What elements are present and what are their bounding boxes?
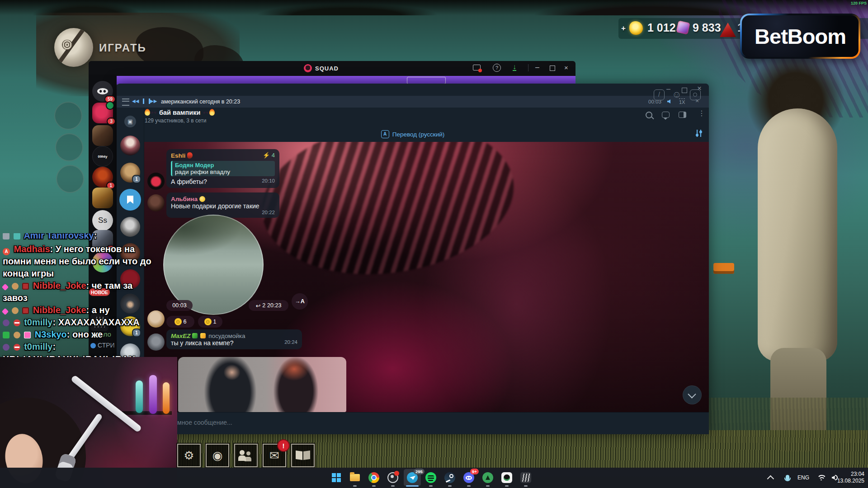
settings-button[interactable]: ⚙ [177,444,201,467]
discord-home-button[interactable]: 59 [92,81,113,102]
chat-username[interactable]: Amir Tanirovsky [24,233,94,240]
server-icon-ninetynine[interactable]: 09hty [92,146,113,167]
kebab-menu-icon[interactable]: ⋮ [698,110,705,117]
microphone-icon [786,475,789,480]
laughing-emoji: ☺ [175,318,182,325]
server-icon-photo[interactable] [92,125,113,146]
chrome-button[interactable] [368,471,380,484]
chat-username[interactable]: Madhais [14,244,50,254]
server-badge: 3 [107,117,116,125]
tray-mic-button[interactable] [781,471,794,484]
plus-icon[interactable]: + [621,24,626,33]
mic-arm [71,375,142,433]
translate-bar[interactable]: A Перевод (русский) [117,127,709,142]
friends-button[interactable] [234,444,258,467]
camera-icon[interactable] [690,89,701,100]
filter-sliders-icon[interactable] [695,130,703,137]
download-icon[interactable]: ↓ [513,63,516,71]
minimize-button[interactable]: – [535,63,539,71]
playing-track-title[interactable]: американский сегодня в 20:23 [161,99,240,105]
taskbar-clock[interactable]: 23:04 13.08.2025 [837,471,864,484]
dbd-app-button[interactable] [519,471,532,484]
server-label: 09hty [98,155,108,159]
search-icon[interactable] [646,112,652,118]
tray-time: 23:04 [837,471,864,478]
menu-rail-icon[interactable] [56,165,84,193]
message-bubble[interactable]: MaxEZ посудомойка ты у ликса на кемпе? 2… [166,329,302,349]
promo-button-outline[interactable] [407,77,446,84]
chat-avatar[interactable]: 1 [120,163,140,183]
auto-translate-badge[interactable]: →A [292,293,308,310]
message-bubble[interactable]: Альбина Новые подарки дорогие такие 20:2… [166,192,279,218]
bot-commands-icon[interactable]: / [654,89,665,100]
server-icon-demon[interactable]: 1 [92,167,113,188]
news-button[interactable]: ✉ ! [263,444,286,467]
start-button[interactable] [330,471,343,484]
obs-button[interactable] [387,471,399,484]
next-track-icon[interactable]: ▶▶ [150,99,157,103]
reply-quote[interactable]: Бодян Модер ради рефки впадлу [171,161,275,176]
menu-rail-icon[interactable] [55,133,83,161]
chat-username[interactable]: Nibble_Joke [33,281,86,291]
server-icon-vamp[interactable]: 3 [92,103,113,123]
menu-icon[interactable] [122,99,129,106]
message-bubble[interactable]: Eshli ⚡ 4 Бодян Модер ради рефки впадлу … [166,149,279,188]
spotify-button[interactable] [425,471,437,484]
archives-button[interactable] [291,444,315,467]
video-duration-badge: 00:03 [166,300,193,311]
sender-name[interactable]: Eshli [171,152,185,159]
telegram-titlebar[interactable] [117,84,709,96]
reaction-laughing[interactable]: ☺ 6 [166,316,194,328]
tray-expand-button[interactable] [765,471,778,484]
chevron-up-icon [767,475,774,482]
chat-username[interactable]: t0milly [24,342,52,352]
photo-message-preview[interactable] [178,357,346,412]
chat-username[interactable]: N3skyo [35,329,67,339]
maximize-button[interactable] [682,88,687,93]
chat-message: A Madhais: У него токенов на помни меня … [3,243,154,280]
emoji-icon[interactable]: ☺ [672,89,682,99]
minimize-button[interactable]: – [666,86,670,92]
chat-message: Amir Tanirovsky: [3,233,154,243]
language-indicator[interactable]: ENG [796,471,811,484]
wifi-button[interactable] [815,471,827,484]
message-input-placeholder[interactable]: мное сообщение... [177,419,232,426]
sender-name[interactable]: Альбина [171,196,198,202]
sidebar-panel-icon[interactable] [679,112,686,118]
menu-rail-icon[interactable] [54,102,82,130]
reaction-grin[interactable]: ☺ 1 [198,316,222,328]
sender-role: посудомойка [208,333,245,339]
fire-icon [209,109,215,116]
saved-messages-button[interactable] [119,189,141,211]
close-button[interactable]: × [564,64,568,71]
chat-avatar[interactable] [120,136,140,155]
sender-name[interactable]: MaxEZ [171,333,191,339]
green-app-button[interactable] [481,471,494,484]
translate-icon: A [381,130,389,138]
maximize-button[interactable] [550,66,555,71]
avatar[interactable] [147,194,165,211]
ninja-app-button[interactable] [500,471,513,484]
pause-icon[interactable] [143,99,150,104]
comments-icon[interactable] [662,112,670,118]
chat-username[interactable]: Nibble_Joke [33,305,86,315]
playback-speed-button[interactable]: 1X [679,99,685,105]
steam-button[interactable] [443,471,456,484]
scroll-down-button[interactable] [683,385,702,404]
translate-label: Перевод (русский) [392,131,445,138]
spectate-button[interactable]: ◉ [206,444,229,467]
screen: ИГРАТЬ + 1 012 9 833 1 BetBoom 120 FPS S… [0,0,868,488]
file-explorer-button[interactable] [349,471,361,484]
server-icon-ss[interactable]: Ss [92,210,113,231]
fps-counter: 120 FPS [851,1,867,5]
previous-track-icon[interactable]: ◀◀ [132,99,139,103]
avatar[interactable] [147,173,165,190]
play-button[interactable]: ИГРАТЬ [99,42,146,54]
help-icon[interactable]: ? [493,64,501,72]
gem-icon [676,21,690,35]
chat-username[interactable]: t0milly [24,317,52,327]
noentry-badge-icon [14,319,20,326]
lava-lamp-teal [136,380,143,413]
archive-folder-icon[interactable]: ▣ [124,116,136,127]
server-icon-gold[interactable] [92,188,113,208]
